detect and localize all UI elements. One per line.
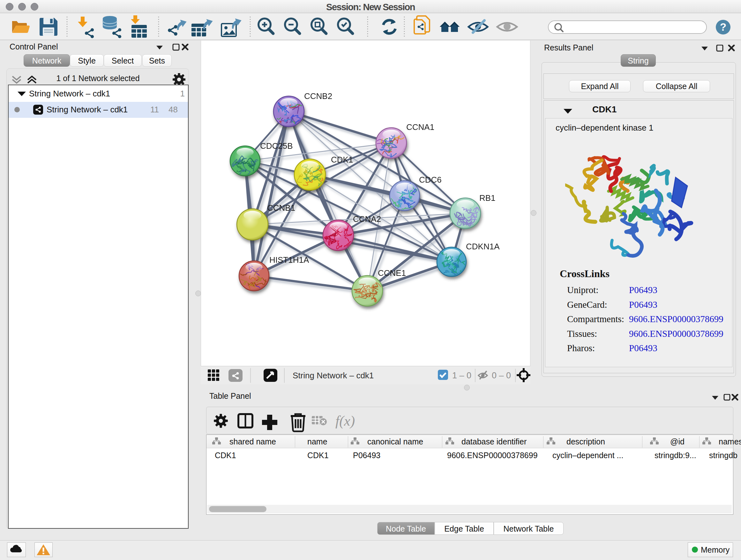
svg-text:CCNA2: CCNA2 — [353, 214, 381, 224]
svg-text:String Network – cdk1: String Network – cdk1 — [293, 371, 374, 380]
svg-text:CCNA1: CCNA1 — [406, 122, 434, 132]
svg-text:0 – 0: 0 – 0 — [492, 371, 511, 380]
svg-text:CDKN1A: CDKN1A — [466, 242, 500, 251]
svg-text:CDK1: CDK1 — [331, 155, 353, 165]
svg-text:CCNE1: CCNE1 — [378, 268, 406, 278]
svg-text:RB1: RB1 — [479, 193, 495, 203]
svg-text:CCNB2: CCNB2 — [304, 91, 332, 101]
svg-text:HIST1H1A: HIST1H1A — [269, 255, 309, 265]
svg-text:1 – 0: 1 – 0 — [452, 371, 471, 380]
svg-text:f(x): f(x) — [335, 413, 355, 429]
svg-text:CDC6: CDC6 — [419, 175, 442, 185]
svg-text:CCNB1: CCNB1 — [267, 203, 295, 212]
svg-text:CDC25B: CDC25B — [260, 141, 293, 151]
